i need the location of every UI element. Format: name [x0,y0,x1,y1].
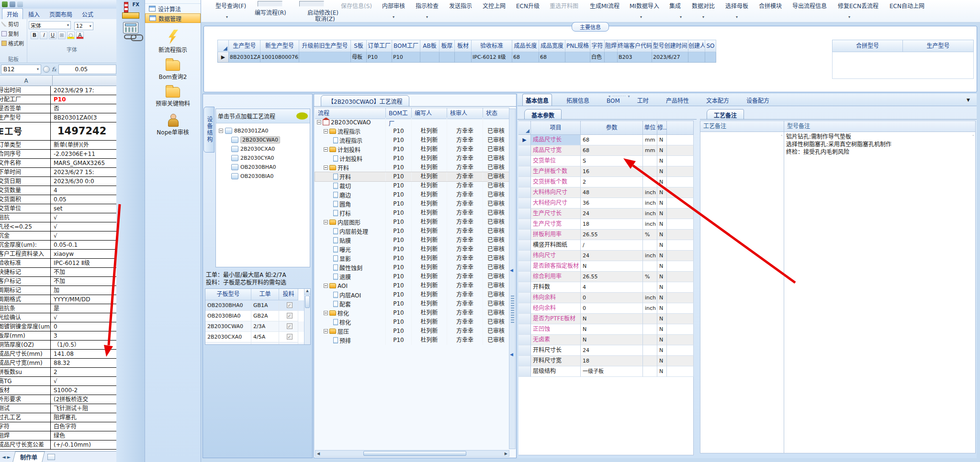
feed-checkbox-icon[interactable]: ✓ [287,323,293,329]
tree-node-OB2030BHA0[interactable]: OB2030BHA0 [219,163,309,172]
param-row-生产尺寸宽[interactable]: 生产尺寸宽18inchN [518,219,694,230]
sheet-row-value[interactable]: √ [51,313,116,322]
toolbar-ECN自动上网[interactable]: ECN自动上网 [890,1,924,10]
flow-vscrollbar[interactable]: ◀ ◀ [509,109,516,449]
notes-col-工艺备注[interactable]: 工艺备注 [700,121,784,132]
param-selector-cell[interactable] [518,209,531,219]
param-selector-cell[interactable] [518,366,531,377]
toolbar-数据对比[interactable]: 数据对比 [692,1,715,10]
column-header-验收标准[interactable]: 验收标准 [472,40,512,52]
tab-overflow-dropdown-icon[interactable]: ▼ [967,98,970,102]
param-selector-cell[interactable] [518,335,531,345]
sheet-row[interactable]: 导出时间2023/6/29 17: [0,86,116,95]
sheet-row-value[interactable]: 2023/6/30 0:0 [51,177,116,186]
sheet-row[interactable]: 交货单位set [0,204,116,213]
sheet-row[interactable]: 测试飞针测试＋阻 [0,404,116,413]
toolbar-MI数据导入[interactable]: MI数据导入 [630,1,659,10]
tab-产品特性[interactable]: 产品特性 [663,94,692,106]
column-header-生产型号[interactable]: 生产型号 [229,40,260,52]
sheet-row-value[interactable]: 1497242 [51,122,116,140]
sheet-row[interactable]: 图镀铜镍金厚度(um)0 [0,322,116,331]
param-row-成品尺寸长[interactable]: ▶成品尺寸长68mmN [518,135,694,145]
sheet-row[interactable]: 分配工厂P10 [0,95,116,104]
main-info-data-row[interactable]: ▶8B20301ZA010010800076234母板P10P10IPC-601… [217,52,716,63]
calculator-icon[interactable] [123,22,138,33]
param-row-正凹蚀[interactable]: 正凹蚀NN [518,324,694,335]
sheet-row[interactable]: 阻抗条是 [0,304,116,313]
subboard-row[interactable]: OB2030BHA0GB1A✓ [205,300,310,311]
toolbar-caret-icon[interactable]: ▾ [680,15,682,19]
sheet-row-value[interactable]: xiaoyw [51,250,116,258]
toolbar-型号查询(F)[interactable]: 型号查询(F) [215,1,246,10]
font-color-button[interactable]: A [76,32,84,39]
sheet-row-value[interactable]: MARS_GMAX3265 [51,159,116,167]
sheet-row[interactable]: 客户工程资料录入xiaoyw [0,250,116,259]
sheet-row-value[interactable]: P10 [51,95,116,104]
column-header-升级前旧生产型号[interactable]: 升级前旧生产型号 [299,40,351,52]
sheet-row-value[interactable]: √ [51,213,116,222]
param-value[interactable]: S [581,156,643,166]
param-value[interactable]: N [581,261,643,272]
param-value[interactable]: 68 [581,145,643,156]
flow-node-内层图形[interactable]: 内层图形P10杜列新方幸幸已审核 [315,218,509,227]
subboard-row[interactable]: 2B2030CYA0✓ [205,342,310,345]
splitter-grip-icon[interactable]: ▾ ········ ▾ [608,94,630,99]
sheet-row[interactable]: 验收标准IPC-6012 Ⅱ级 [0,259,116,268]
column-header-合拼型号[interactable]: 合拼型号 [832,40,903,52]
param-row-生产尺寸长[interactable]: 生产尺寸长24inchN [518,209,694,219]
param-selector-cell[interactable] [518,324,531,335]
param-value[interactable]: N [581,335,643,345]
sheet-row[interactable]: 阻焊绿色 [0,431,116,440]
column-header-阻焊[interactable]: 阻焊 [605,40,618,52]
flow-node-内层前处理[interactable]: 内层前处理P10杜列新方幸幸已审核 [315,227,509,236]
param-value[interactable]: / [581,240,643,251]
param-row-纬向尺寸[interactable]: 纬向尺寸24inchN [518,251,694,261]
flow-node-流程指示[interactable]: 流程指示P10杜列新方幸幸已审核 [315,127,509,136]
flow-node-圆角[interactable]: 圆角P10杜列新方幸幸已审核 [315,199,509,209]
column-header-AB板[interactable]: AB板 [420,40,439,52]
column-header-PNL规格[interactable]: PNL规格 [565,40,590,52]
param-value[interactable]: 68 [581,135,643,145]
undo-icon[interactable] [17,1,23,7]
param-selector-cell[interactable] [518,251,531,261]
toolbar-ECN升级[interactable]: ECN升级 [516,1,540,10]
collapse-icon[interactable] [324,220,328,224]
flow-node-酸性蚀刻[interactable]: 酸性蚀刻P10杜列新方幸幸已审核 [315,263,509,272]
collapse-icon[interactable] [219,129,223,133]
param-row-是否顾客指定板材[interactable]: 是否顾客指定板材NN [518,261,694,272]
collapse-icon[interactable] [324,129,328,133]
toolbar-caret-icon[interactable]: ▾ [848,15,850,19]
font-name-select[interactable]: 宋体▾ [29,21,71,29]
sheet-row[interactable]: 外形要求(2拼板桥连交 [0,395,116,404]
sheet-row-value[interactable]: 否 [51,104,116,113]
param-value[interactable]: 36 [581,198,643,209]
sheet-row[interactable]: 成品尺寸宽(mm)88.32 [0,359,116,368]
column-header-字符[interactable]: 字符 [590,40,605,52]
sheet-row[interactable]: 下单时间2023/6/27 15: [0,168,116,177]
toolbar-选择母板[interactable]: 选择母板 [725,1,748,10]
flow-hscrollbar[interactable]: ◀▶ [315,450,509,457]
sheet-row-value[interactable]: 不加 [51,277,116,286]
column-header-型号创建时间[interactable]: 型号创建时间 [652,40,688,52]
sheet-row-value[interactable]: 3 [51,331,116,340]
row-selector-cell[interactable]: ▶ [217,52,229,63]
excel-app-icon[interactable] [2,1,8,7]
sheet-row-value[interactable]: 4 [51,186,116,195]
param-selector-cell[interactable] [518,156,531,166]
flow-tab[interactable]: 【2B2030CWAO】工艺流程 [321,95,409,107]
params-col-单位[interactable]: 单位 [643,121,657,135]
param-selector-cell[interactable] [518,356,531,366]
column-header-S板[interactable]: S板 [351,40,367,52]
column-header-BOM工厂[interactable]: BOM工厂 [392,40,420,52]
params-col-修..[interactable]: 修.. [657,121,667,135]
sheet-tab[interactable]: 制作单 [12,451,45,462]
sheet-row[interactable]: 过孔工艺阻焊塞孔 [0,413,116,422]
sheet-row-value[interactable]: 0.05-0.1 [51,241,116,249]
column-header-生产型号[interactable]: 生产型号 [903,40,974,52]
sheet-row-value[interactable]: 不加 [51,268,116,276]
toolbar-编写流程(R)[interactable]: 编写流程(R) [255,8,286,16]
param-row-交货单位[interactable]: 交货单位SN [518,156,694,166]
subboard-col-子板型号[interactable]: 子板型号 [205,289,251,300]
sheet-row[interactable]: 板材S1000-2 [0,386,116,395]
sheet-row[interactable]: 是否签单否 [0,104,116,113]
